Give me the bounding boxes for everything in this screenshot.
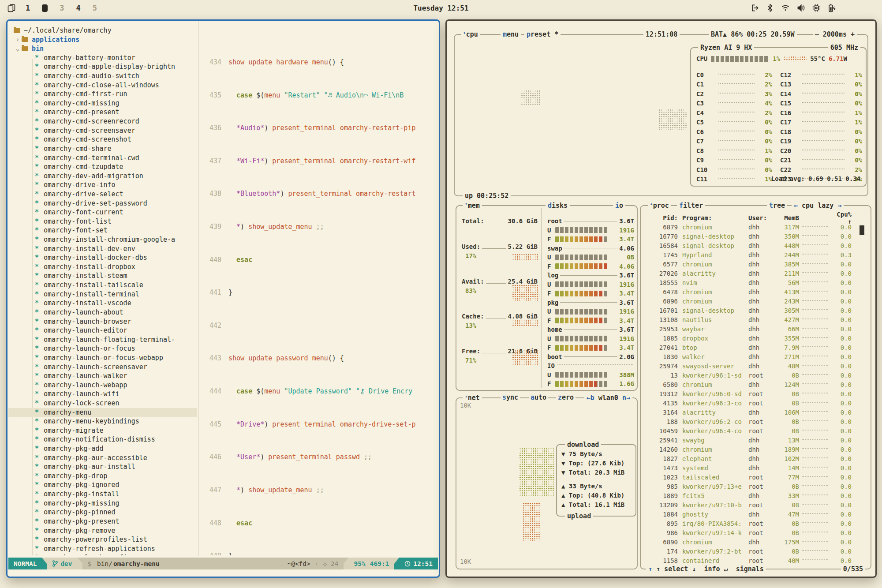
- tree-item[interactable]: omarchy-launch-or-focus-webapp: [8, 353, 197, 363]
- preset-button[interactable]: preset *: [524, 30, 561, 39]
- tree-item[interactable]: omarchy-cmd-screensaver: [8, 126, 197, 135]
- net-interface[interactable]: ←b wlan0 n→: [584, 393, 632, 402]
- process-row[interactable]: 16584 signal-desktop dhh 448M 0.0: [641, 241, 871, 250]
- tree-item[interactable]: omarchy-drive-select: [8, 190, 197, 199]
- tree-item[interactable]: ⌄ bin: [8, 44, 197, 53]
- tree-item[interactable]: omarchy-install-chromium-google-a: [8, 235, 197, 244]
- select-action[interactable]: ↑ ↑ select ↓: [648, 565, 696, 573]
- net-sync-button[interactable]: sync: [501, 393, 520, 401]
- process-row[interactable]: 1023 tailscaled root 77M 0.0: [641, 472, 871, 482]
- tree-item[interactable]: omarchy-menu-keybindings: [8, 417, 197, 426]
- code-line[interactable]: 439 *) show_update_menu ;;: [198, 222, 438, 232]
- tree-item[interactable]: omarchy-pkg-aur-accessible: [8, 453, 197, 463]
- process-row[interactable]: 174 kworker/u97:2-bt root 0B 0.0: [641, 547, 871, 556]
- tree-item[interactable]: omarchy-install-steam: [8, 271, 197, 281]
- process-row[interactable]: 14260 chromium dhh 189M 0.0: [641, 445, 871, 454]
- process-row[interactable]: 16770 signal-desktop dhh 350M 0.0: [641, 232, 871, 241]
- tree-item[interactable]: omarchy-install-terminal: [8, 290, 197, 299]
- process-row[interactable]: 6879 chromium dhh 317M 0.0: [641, 222, 871, 232]
- code-line[interactable]: 437 *Wi-Fi*) present_terminal omarchy-re…: [198, 157, 438, 166]
- code-line[interactable]: 447 *) show_update_menu ;;: [198, 486, 438, 495]
- col-cpu[interactable]: Cpu% ↑: [830, 211, 852, 225]
- process-row[interactable]: 4135 kworker/u96:3-co root 0B 0.0: [641, 398, 871, 408]
- code-line[interactable]: 443 show_update_password_menu() {: [198, 354, 438, 363]
- code-line[interactable]: 441 }: [198, 288, 438, 297]
- git-branch[interactable]: dev: [47, 558, 77, 569]
- tree-item[interactable]: omarchy-pkg-add: [8, 444, 197, 453]
- process-row[interactable]: 188 kworker/u96:2-co root 0B 0.0: [641, 417, 871, 426]
- process-row[interactable]: 1885 dropbox dhh 355M 0.0: [641, 333, 871, 343]
- code-line[interactable]: 448 esac: [198, 519, 438, 528]
- code-line[interactable]: 434 show_update_hardware_menu() {: [198, 58, 438, 67]
- tree-item[interactable]: omarchy-launch-about: [8, 308, 197, 317]
- tree-item[interactable]: omarchy-cmd-share: [8, 144, 197, 154]
- tree-item[interactable]: omarchy-pkg-install: [8, 490, 197, 499]
- tree-item[interactable]: omarchy-launch-browser: [8, 317, 197, 326]
- process-row[interactable]: 18555 nvim dhh 56M 0.0: [641, 278, 871, 287]
- tree-item[interactable]: omarchy-pkg-missing: [8, 499, 197, 508]
- tree-item[interactable]: omarchy-cmd-missing: [8, 99, 197, 108]
- tree-item[interactable]: omarchy-install-docker-dbs: [8, 253, 197, 262]
- chip-icon[interactable]: [812, 4, 821, 12]
- bluetooth-icon[interactable]: [766, 4, 774, 12]
- tree-item[interactable]: omarchy-font-list: [8, 217, 197, 226]
- tree-item[interactable]: omarchy-pkg-drop: [8, 472, 197, 481]
- code-line[interactable]: 444 case $(menu "Update Password" "⚷ Dri…: [198, 387, 438, 396]
- code-line[interactable]: 442: [198, 321, 438, 330]
- process-row[interactable]: 1884 ghostty dhh 47M 0.0: [641, 509, 871, 519]
- code-line[interactable]: 446 *User*) present_terminal passwd ;;: [198, 453, 438, 462]
- net-tab[interactable]: ³net: [463, 393, 482, 402]
- tree-item[interactable]: omarchy-pkg-aur-install: [8, 462, 197, 472]
- filter-button[interactable]: filter: [677, 201, 705, 210]
- process-row[interactable]: 27026 alacritty dhh 211M 0.0: [641, 269, 871, 278]
- update-interval[interactable]: ‒ 2000ms +: [813, 30, 857, 39]
- logout-icon[interactable]: [750, 4, 759, 12]
- net-zero-button[interactable]: zero: [556, 393, 576, 401]
- tree-item[interactable]: omarchy-pkg-pinned: [8, 508, 197, 517]
- proc-tab[interactable]: ⁴proc: [648, 201, 671, 210]
- code-line[interactable]: 445 *Drive*) present_terminal omarchy-dr…: [198, 420, 438, 429]
- process-row[interactable]: 3164 alacritty dhh 106M 0.0: [641, 408, 871, 417]
- code-line[interactable]: 438 *Bluetooth*) present_terminal omarch…: [198, 189, 438, 198]
- tree-item[interactable]: omarchy-dev-add-migration: [8, 172, 197, 181]
- net-auto-button[interactable]: auto: [529, 393, 548, 401]
- process-row[interactable]: 986 kworker/u97:14-k root 0B 0.0: [641, 528, 871, 537]
- col-mem[interactable]: MemB: [773, 214, 799, 221]
- tree-toggle[interactable]: tree: [767, 201, 787, 210]
- process-row[interactable]: 1889 fcitx5 dhh 33M 0.0: [641, 491, 871, 500]
- tree-item[interactable]: omarchy-cmd-apple-display-brightn: [8, 62, 197, 71]
- cpu-tab[interactable]: ¹cpu: [461, 30, 480, 39]
- process-row[interactable]: 25953 waybar dhh 66M 0.0: [641, 324, 871, 333]
- disks-tab[interactable]: disks: [546, 201, 570, 210]
- process-row[interactable]: 25941 swaybg dhh 13M 0.0: [641, 435, 871, 445]
- tree-item[interactable]: omarchy-launch-wifi: [8, 390, 197, 399]
- col-user[interactable]: User:: [748, 214, 773, 221]
- battery-charging-icon[interactable]: [827, 4, 836, 12]
- code-line[interactable]: 436 *Audio*) present_terminal omarchy-re…: [198, 124, 438, 133]
- tree-item[interactable]: omarchy-cmd-first-run: [8, 90, 197, 99]
- tree-item[interactable]: omarchy-drive-set-password: [8, 199, 197, 208]
- process-row[interactable]: 6890 chromium dhh 175M 0.0: [641, 537, 871, 547]
- tree-item[interactable]: omarchy-cmd-screenrecord: [8, 117, 197, 126]
- process-row[interactable]: 6896 chromium dhh 243M 0.0: [641, 296, 871, 306]
- volume-icon[interactable]: [796, 4, 805, 12]
- tree-item[interactable]: › applications: [8, 35, 197, 45]
- wifi-icon[interactable]: [781, 4, 790, 12]
- process-row[interactable]: 1830 walker dhh 271M 0.0: [641, 352, 871, 361]
- process-row[interactable]: 1158 containerd root 40M 0.0: [641, 556, 871, 565]
- tree-item[interactable]: omarchy-pkg-remove: [8, 526, 197, 536]
- process-row[interactable]: 1745 Hyprland dhh 244M 0.3: [641, 250, 871, 259]
- tree-item[interactable]: omarchy-install-dropbox: [8, 262, 197, 272]
- process-row[interactable]: 6478 chromium dhh 413M 0.0: [641, 287, 871, 296]
- process-row[interactable]: 19312 kworker/u96:0-sd root 0B 0.0: [641, 389, 871, 398]
- process-row[interactable]: 6577 chromium dhh 385M 0.0: [641, 259, 871, 269]
- process-row[interactable]: 895 irq/80-PIXA3854: root 0B 0.0: [641, 519, 871, 528]
- tree-item[interactable]: omarchy-install-tailscale: [8, 281, 197, 290]
- sort-selector[interactable]: ← cpu lazy →: [792, 201, 844, 210]
- tree-item[interactable]: omarchy-launch-floating-terminal-: [8, 335, 197, 345]
- code-line[interactable]: 435 case $(menu "Restart" "♬ Audio\n◠ Wi…: [198, 91, 438, 100]
- tree-item[interactable]: omarchy-lock-screen: [8, 399, 197, 408]
- tree-item[interactable]: omarchy-cmd-tzupdate: [8, 162, 197, 172]
- process-row[interactable]: 27041 btop dhh 7.9M 0.0: [641, 343, 871, 352]
- tree-item[interactable]: omarchy-install-dev-env: [8, 244, 197, 254]
